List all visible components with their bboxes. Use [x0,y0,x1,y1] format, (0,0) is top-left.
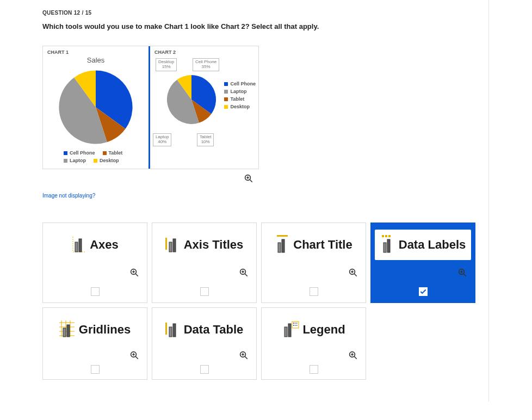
axis-titles-icon [165,236,181,255]
zoom-icon[interactable] [129,268,139,279]
option-checkbox[interactable] [419,287,428,296]
option-chart-title[interactable]: Chart Title [261,223,366,303]
svg-rect-29 [385,235,387,237]
option-data-table[interactable]: Data Table [152,307,257,380]
gridlines-icon [59,320,76,339]
svg-line-54 [245,356,248,359]
content-right-border [488,0,489,402]
option-label: Data Labels [399,238,466,252]
svg-rect-61 [293,325,294,326]
svg-rect-51 [169,327,172,337]
zoom-icon[interactable] [129,350,139,362]
svg-rect-60 [293,323,294,324]
chart-2-panel: CHART 2 Desktop 15% Cell Phone 35% Lapto… [150,46,258,169]
option-checkbox[interactable] [200,365,209,374]
option-legend[interactable]: Legend [261,307,366,380]
callout-tablet: Tablet 10% [197,133,214,146]
svg-rect-28 [382,235,384,237]
legend-item: Desktop [224,104,256,109]
option-label: Data Table [184,323,244,337]
legend-item: Laptop [64,158,86,163]
svg-rect-30 [388,235,391,237]
chart-2-label: CHART 2 [154,50,253,55]
svg-rect-22 [278,243,281,252]
option-label: Legend [302,323,345,337]
svg-rect-59 [292,322,299,328]
option-checkbox[interactable] [200,287,209,296]
option-checkbox[interactable] [91,287,100,296]
option-axis-titles[interactable]: Axis Titles [152,223,257,303]
svg-line-66 [354,356,357,359]
option-gridlines[interactable]: Gridlines [42,307,147,380]
callout-laptop: Laptop 40% [153,133,171,146]
question-number: QUESTION 12 / 15 [42,10,489,16]
legend-item: Cell Phone [64,150,95,156]
svg-rect-14 [165,238,167,250]
svg-rect-7 [79,239,82,252]
svg-rect-6 [75,242,78,252]
zoom-icon[interactable] [244,174,253,185]
zoom-icon[interactable] [239,268,249,279]
svg-rect-52 [173,324,176,337]
chart-1-pie [55,66,137,148]
chart-2-pie [164,72,219,127]
legend-item: Tablet [224,96,256,102]
legend-item: Cell Phone [224,81,256,87]
zoom-icon[interactable] [239,350,249,362]
svg-rect-31 [383,243,386,252]
svg-rect-57 [284,327,287,337]
svg-line-25 [354,274,357,276]
svg-rect-50 [165,323,167,335]
svg-rect-44 [63,328,66,337]
chart-2-legend: Cell Phone Laptop Tablet Desktop [224,81,256,109]
option-data-labels[interactable]: Data Labels [370,223,475,303]
svg-rect-21 [277,235,288,237]
svg-rect-23 [282,239,284,252]
chart-comparison-image: CHART 1 Sales Cell Phone [42,46,259,169]
svg-line-47 [135,356,138,359]
svg-rect-16 [173,239,176,252]
legend-item: Tablet [103,150,123,156]
data-labels-icon [380,235,395,255]
svg-line-34 [463,274,466,276]
zoom-icon[interactable] [348,350,358,362]
legend-icon [282,320,299,339]
svg-rect-45 [67,325,70,337]
svg-line-18 [245,274,248,276]
option-checkbox[interactable] [310,365,318,374]
answer-options: Axes Axis Titles [42,223,475,380]
svg-rect-58 [288,324,291,337]
option-axes[interactable]: Axes [42,223,147,303]
option-checkbox[interactable] [310,287,318,296]
option-checkbox[interactable] [91,365,100,374]
callout-cellphone: Cell Phone 35% [193,58,219,71]
question-text: Which tools would you use to make Chart … [42,22,489,30]
callout-desktop: Desktop 15% [156,58,177,71]
chart-1-panel: CHART 1 Sales Cell Phone [43,46,150,169]
image-not-displaying-link[interactable]: Image not displaying? [42,193,489,199]
legend-item: Desktop [94,158,119,163]
option-label: Axis Titles [184,238,244,252]
svg-line-1 [250,180,252,182]
zoom-icon[interactable] [348,268,358,279]
chart-1-title: Sales [47,56,144,64]
zoom-icon[interactable] [457,268,467,279]
chart-title-icon [275,235,290,255]
svg-rect-32 [387,239,390,252]
legend-item: Laptop [224,89,256,94]
option-label: Chart Title [293,238,352,252]
svg-line-11 [135,274,138,276]
axes-icon [71,236,86,255]
data-table-icon [165,320,181,339]
chart-1-label: CHART 1 [47,50,144,55]
svg-rect-15 [169,242,172,252]
option-label: Axes [90,238,119,252]
chart-1-legend: Cell Phone Tablet Laptop Desktop [47,148,144,163]
option-label: Gridlines [79,323,131,337]
